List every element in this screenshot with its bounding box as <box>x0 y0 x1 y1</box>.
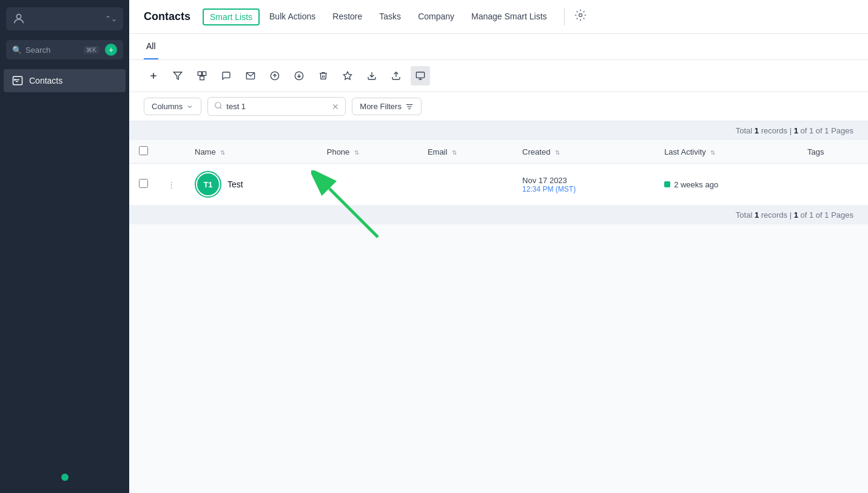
user-selector[interactable]: ⌃⌄ <box>6 7 123 30</box>
star-button[interactable] <box>338 66 357 86</box>
activity-indicator <box>664 181 670 187</box>
svg-rect-1 <box>13 76 22 85</box>
page-title[interactable]: Contacts <box>144 1 200 33</box>
svg-marker-15 <box>343 72 351 79</box>
bottom-records-info-text: Total 1 records | 1 of 1 of 1 Pages <box>736 210 853 220</box>
sidebar-item-contacts[interactable]: Contacts <box>4 69 126 92</box>
nav-bulk-actions[interactable]: Bulk Actions <box>262 0 323 33</box>
sort-created-icon: ⇅ <box>555 149 560 156</box>
header-created[interactable]: Created ⇅ <box>513 140 654 164</box>
delete-button[interactable] <box>314 66 333 86</box>
header-name[interactable]: Name ⇅ <box>185 140 317 164</box>
display-icon <box>415 71 425 81</box>
sort-email-icon: ⇅ <box>452 149 457 156</box>
table-header: Name ⇅ Phone ⇅ Email ⇅ <box>129 140 868 164</box>
row-menu-icon[interactable]: ⋮ <box>167 180 175 189</box>
row-name-cell: T1 Test <box>185 164 317 206</box>
records-info-text: Total 1 records | 1 of 1 of 1 Pages <box>736 126 853 135</box>
settings-gear-button[interactable] <box>574 9 587 24</box>
gear-icon <box>574 9 587 21</box>
header-phone[interactable]: Phone ⇅ <box>317 140 418 164</box>
nav-manage-smart-lists[interactable]: Manage Smart Lists <box>464 0 554 33</box>
sort-activity-icon: ⇅ <box>710 149 715 156</box>
top-nav: Contacts Smart Lists Bulk Actions Restor… <box>129 0 868 34</box>
columns-label: Columns <box>152 102 183 111</box>
toolbar <box>129 60 868 92</box>
row-activity-cell: 2 weeks ago <box>654 164 798 206</box>
row-checkbox[interactable] <box>139 179 148 188</box>
header-actions <box>158 140 185 164</box>
svg-rect-9 <box>200 76 204 80</box>
svg-point-21 <box>215 102 221 108</box>
sort-name-icon: ⇅ <box>220 149 225 156</box>
svg-rect-8 <box>203 72 206 75</box>
svg-marker-6 <box>173 72 181 79</box>
search-box: ✕ <box>207 97 346 116</box>
comment-button[interactable] <box>217 66 236 86</box>
svg-point-0 <box>16 15 21 19</box>
select-all-checkbox[interactable] <box>139 146 148 155</box>
chevron-icon: ⌃⌄ <box>105 15 117 23</box>
contact-avatar[interactable]: T1 <box>197 173 219 195</box>
avatar-highlight: T1 <box>195 171 221 198</box>
comment-icon <box>221 71 231 81</box>
filter-button[interactable] <box>168 66 187 86</box>
sidebar-add-button[interactable]: + <box>105 44 117 56</box>
filter-row: Columns ✕ More Filters <box>129 92 868 121</box>
more-filters-button[interactable]: More Filters <box>352 98 422 115</box>
add-button[interactable] <box>144 66 163 86</box>
svg-rect-7 <box>198 72 201 75</box>
row-select-cell <box>129 164 158 206</box>
created-time: 12:34 PM (MST) <box>522 185 645 193</box>
download-icon <box>367 71 377 81</box>
export-button[interactable] <box>289 66 309 86</box>
search-clear-button[interactable]: ✕ <box>332 102 339 112</box>
nav-smart-lists[interactable]: Smart Lists <box>203 8 260 25</box>
import-button[interactable] <box>265 66 284 86</box>
email-button[interactable] <box>241 66 260 86</box>
sidebar-nav: Contacts <box>0 69 129 92</box>
sidebar-item-contacts-label: Contacts <box>29 76 62 86</box>
nav-tasks[interactable]: Tasks <box>372 0 408 33</box>
upload-icon <box>391 71 401 81</box>
status-dot <box>61 474 69 481</box>
table-body: ⋮ T1 Test <box>129 164 868 206</box>
search-label: Search <box>25 45 80 55</box>
search-shortcut: ⌘K <box>84 46 99 54</box>
svg-point-2 <box>15 79 16 81</box>
header-email[interactable]: Email ⇅ <box>418 140 513 164</box>
last-activity: 2 weeks ago <box>664 180 788 189</box>
sidebar: ⌃⌄ 🔍 Search ⌘K + Contacts <box>0 0 129 493</box>
row-tags-cell <box>798 164 868 206</box>
table-container: Name ⇅ Phone ⇅ Email ⇅ <box>129 140 868 206</box>
records-info-top: Total 1 records | 1 of 1 of 1 Pages <box>129 121 868 140</box>
person-icon <box>12 12 25 25</box>
filter-lines-icon <box>405 102 414 111</box>
nav-restore[interactable]: Restore <box>325 0 369 33</box>
contact-name[interactable]: Test <box>227 179 243 189</box>
main-content: Contacts Smart Lists Bulk Actions Restor… <box>129 0 868 493</box>
row-actions-cell[interactable]: ⋮ <box>158 164 185 206</box>
more-filters-label: More Filters <box>360 102 402 111</box>
svg-point-3 <box>579 14 582 17</box>
tab-all[interactable]: All <box>144 34 158 59</box>
sidebar-search[interactable]: 🔍 Search ⌘K + <box>6 40 123 59</box>
table-wrapper: Total 1 records | 1 of 1 of 1 Pages Name <box>129 121 868 493</box>
display-button[interactable] <box>411 66 430 86</box>
search-input[interactable] <box>226 102 328 111</box>
row-created-cell: Nov 17 2023 12:34 PM (MST) <box>513 164 654 206</box>
upload-button[interactable] <box>386 66 406 86</box>
import-icon <box>270 71 280 81</box>
filter-icon <box>173 71 183 81</box>
search-icon: 🔍 <box>12 45 22 55</box>
row-phone-cell <box>317 164 418 206</box>
download-button[interactable] <box>362 66 382 86</box>
chevron-down-icon <box>186 103 193 110</box>
header-select-all <box>129 140 158 164</box>
row-email-cell <box>418 164 513 206</box>
svg-line-22 <box>220 107 222 109</box>
merge-button[interactable] <box>192 66 212 86</box>
columns-button[interactable]: Columns <box>144 98 201 115</box>
nav-company[interactable]: Company <box>411 0 462 33</box>
header-last-activity[interactable]: Last Activity ⇅ <box>654 140 798 164</box>
